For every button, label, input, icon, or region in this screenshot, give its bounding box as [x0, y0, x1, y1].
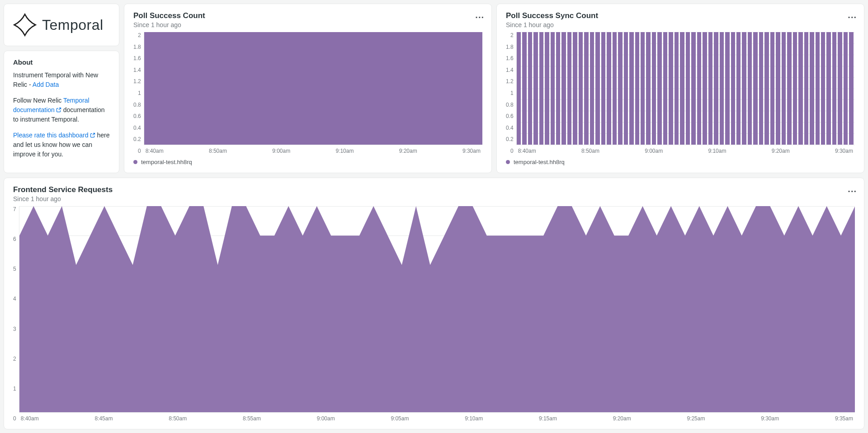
chart-menu-button[interactable]: ...: [848, 10, 857, 19]
brand-card: Temporal: [4, 4, 119, 46]
legend-label: temporal-test.hh8rq: [141, 159, 192, 165]
bar: [725, 32, 729, 145]
bar: [178, 32, 184, 145]
x-tick: 9:10am: [708, 148, 726, 154]
y-axis: 21.81.61.41.210.80.60.40.20: [133, 32, 144, 154]
bar: [742, 32, 746, 145]
bar: [375, 32, 381, 145]
bar: [646, 32, 650, 145]
bar: [573, 32, 577, 145]
bar: [590, 32, 594, 145]
x-tick: 8:40am: [518, 148, 536, 154]
y-tick: 0.4: [133, 125, 141, 131]
bar: [325, 32, 330, 145]
y-tick: 4: [13, 296, 16, 302]
external-link-icon: [56, 107, 61, 113]
legend-swatch-icon: [133, 160, 137, 164]
bar: [296, 32, 302, 145]
chart-title: Poll Success Sync Count: [506, 11, 855, 20]
bar: [240, 32, 245, 145]
bar: [579, 32, 583, 145]
about-card: About Instrument Temporal with New Relic…: [4, 51, 119, 173]
x-tick: 9:30am: [761, 415, 779, 422]
x-tick: 9:15am: [539, 415, 557, 422]
plot-area[interactable]: [516, 32, 855, 145]
bar: [567, 32, 571, 145]
bar: [364, 32, 369, 145]
bar: [708, 32, 712, 145]
bar: [528, 32, 532, 145]
y-tick: 1.2: [133, 78, 141, 85]
x-axis: 8:40am8:50am9:00am9:10am9:20am9:30am: [516, 145, 855, 154]
add-data-link[interactable]: Add Data: [33, 81, 59, 88]
bar: [212, 32, 217, 145]
legend-swatch-icon: [506, 160, 510, 164]
y-tick: 0.6: [133, 113, 141, 119]
about-heading: About: [13, 58, 110, 66]
bar: [353, 32, 358, 145]
bar: [307, 32, 313, 145]
bar: [234, 32, 240, 145]
bar: [217, 32, 223, 145]
bar: [263, 32, 268, 145]
bar: [403, 32, 409, 145]
chart-menu-button[interactable]: ...: [475, 10, 484, 19]
bar: [443, 32, 448, 145]
bar: [189, 32, 194, 145]
bar: [229, 32, 234, 145]
brand-name: Temporal: [42, 17, 104, 33]
bar: [432, 32, 437, 145]
y-tick: 0.2: [133, 136, 141, 142]
bar: [561, 32, 566, 145]
y-axis: 21.81.61.41.210.80.60.40.20: [506, 32, 516, 154]
chart-frontend-service-requests: ... Frontend Service Requests Since 1 ho…: [4, 178, 864, 429]
bar: [776, 32, 780, 145]
x-tick: 8:50am: [169, 415, 187, 422]
chart-poll-success: ... Poll Success Count Since 1 hour ago …: [124, 4, 492, 173]
plot-area[interactable]: [19, 206, 855, 413]
rate-dashboard-link[interactable]: Please rate this dashboard: [13, 132, 95, 139]
y-tick: 1: [13, 386, 16, 392]
bar: [624, 32, 628, 145]
bar: [675, 32, 679, 145]
y-tick: 1.4: [133, 67, 141, 73]
y-tick: 1: [138, 90, 141, 96]
bar: [387, 32, 392, 145]
y-tick: 1.6: [133, 55, 141, 61]
bar: [832, 32, 836, 145]
legend-label: temporal-test.hh8rq: [514, 159, 565, 165]
bar: [319, 32, 324, 145]
y-tick: 1.8: [133, 44, 141, 50]
bar: [223, 32, 228, 145]
x-tick: 9:05am: [391, 415, 409, 422]
y-tick: 0.2: [506, 136, 514, 142]
x-tick: 9:00am: [317, 415, 335, 422]
bar: [172, 32, 178, 145]
x-tick: 9:20am: [772, 148, 790, 154]
x-tick: 8:40am: [21, 415, 39, 422]
bar: [347, 32, 353, 145]
bar: [257, 32, 262, 145]
bar: [245, 32, 251, 145]
bar: [810, 32, 814, 145]
bar: [161, 32, 166, 145]
bar: [150, 32, 155, 145]
bar: [753, 32, 757, 145]
bar: [302, 32, 307, 145]
bar: [268, 32, 274, 145]
bar: [144, 32, 150, 145]
bar: [641, 32, 645, 145]
y-tick: 0.6: [506, 113, 514, 119]
bar: [392, 32, 397, 145]
bar: [454, 32, 459, 145]
bar: [782, 32, 786, 145]
x-tick: 9:10am: [465, 415, 483, 422]
bar: [167, 32, 172, 145]
bar: [156, 32, 161, 145]
chart-menu-button[interactable]: ...: [848, 184, 857, 193]
bar: [291, 32, 296, 145]
bar: [669, 32, 673, 145]
y-tick: 5: [13, 266, 16, 272]
plot-area[interactable]: [144, 32, 482, 145]
area-plot: [19, 206, 855, 412]
